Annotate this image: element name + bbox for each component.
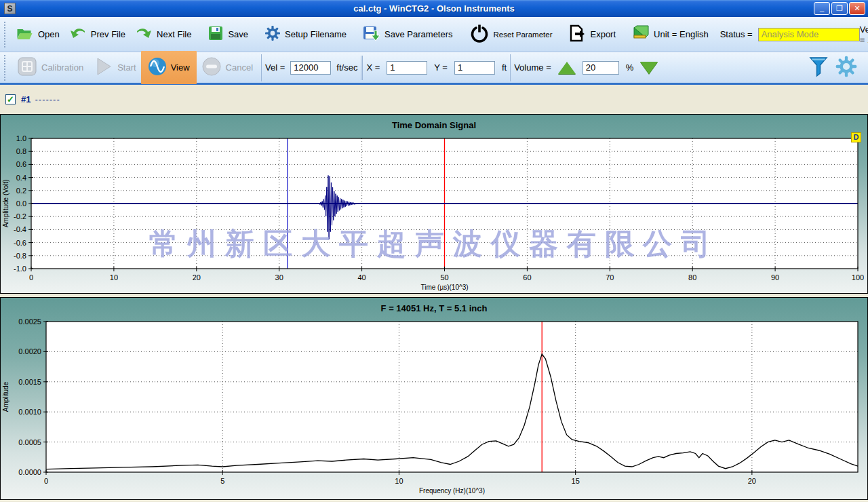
reset-parameter-button[interactable]: Reset Parameter	[465, 21, 557, 48]
start-label: Start	[117, 62, 136, 73]
open-label: Open	[38, 29, 60, 39]
y-label: Y =	[434, 62, 448, 73]
play-icon	[93, 56, 113, 79]
svg-text:20: 20	[193, 273, 201, 282]
status-field[interactable]	[758, 28, 860, 41]
cancel-icon	[201, 56, 222, 79]
volume-down-button[interactable]	[640, 62, 658, 74]
svg-text:Amplitude (Volt): Amplitude (Volt)	[2, 180, 9, 228]
settings-gear-button[interactable]	[835, 56, 857, 80]
separator	[362, 56, 363, 80]
next-arrow-icon	[135, 25, 153, 43]
time-domain-panel: Time Domain Signal D 0102030405060708090…	[0, 114, 868, 294]
svg-text:0.0020: 0.0020	[18, 347, 41, 355]
cancel-label: Cancel	[226, 62, 253, 73]
velocity-input[interactable]	[290, 61, 331, 75]
main-toolbar: Open Prev File Next File Save Setup File…	[0, 17, 868, 52]
channel-1-label: #1	[21, 94, 31, 104]
xy-unit-label: ft	[502, 62, 507, 73]
svg-text:0.2: 0.2	[16, 187, 26, 195]
time-domain-plot[interactable]: 01020304050607080901001.00.80.60.40.20.0…	[1, 115, 868, 294]
y-input[interactable]	[454, 61, 495, 75]
save-parameters-label: Save Parameters	[384, 29, 452, 39]
maximize-button[interactable]: ❐	[831, 2, 848, 15]
svg-text:10: 10	[110, 273, 118, 282]
volume-up-button[interactable]	[558, 62, 576, 74]
open-folder-icon	[16, 26, 34, 43]
separator	[361, 56, 361, 80]
svg-text:-1.0: -1.0	[14, 265, 26, 273]
export-button[interactable]: Export	[564, 22, 620, 47]
svg-text:1.0: 1.0	[16, 134, 26, 142]
frequency-panel: F = 14051 Hz, T = 5.1 inch 051015200.002…	[0, 297, 868, 500]
svg-text:40: 40	[357, 273, 366, 282]
svg-text:15: 15	[572, 477, 580, 485]
svg-text:0.0: 0.0	[16, 199, 26, 208]
next-file-label: Next File	[157, 29, 191, 39]
svg-text:0.6: 0.6	[16, 160, 26, 168]
view-button[interactable]: View	[141, 51, 197, 84]
svg-text:0: 0	[29, 273, 33, 282]
separator	[261, 54, 262, 81]
channel-1-checkbox[interactable]: ✓	[5, 94, 16, 104]
separator	[510, 54, 511, 81]
prev-file-button[interactable]: Prev File	[64, 22, 130, 46]
channel-row: ✓ #1 -------	[0, 85, 868, 114]
save-parameters-button[interactable]: Save Parameters	[358, 22, 457, 46]
window-title: cal.ctg - WinCTG2 - Olson Instruments	[0, 3, 868, 14]
svg-text:0.0000: 0.0000	[18, 468, 41, 476]
svg-text:0.0025: 0.0025	[18, 317, 41, 326]
frequency-plot[interactable]: 051015200.00250.00200.00150.00100.00050.…	[1, 298, 868, 501]
export-document-icon	[568, 24, 586, 44]
time-domain-title: Time Domain Signal	[1, 120, 867, 130]
view-label: View	[171, 62, 190, 73]
x-input[interactable]	[387, 61, 427, 75]
svg-text:20: 20	[748, 477, 756, 485]
svg-text:90: 90	[771, 273, 779, 282]
save-button[interactable]: Save	[203, 22, 253, 46]
channel-1-line-style: -------	[35, 94, 60, 104]
open-button[interactable]: Open	[11, 23, 64, 45]
unit-button[interactable]: Unit = English	[627, 22, 713, 46]
d-badge-button[interactable]: D	[851, 132, 861, 142]
status-label: Status =	[720, 29, 753, 39]
velocity-unit-label: ft/sec	[336, 62, 357, 73]
save-label: Save	[228, 29, 248, 39]
svg-text:-0.6: -0.6	[14, 239, 26, 247]
svg-text:-0.2: -0.2	[14, 212, 26, 220]
svg-text:0.0005: 0.0005	[18, 438, 41, 446]
svg-text:-0.4: -0.4	[14, 225, 26, 233]
velocity-label: Vel =	[265, 62, 285, 73]
svg-text:-0.8: -0.8	[14, 252, 26, 260]
svg-text:60: 60	[523, 273, 531, 282]
export-label: Export	[590, 29, 616, 39]
controls-toolbar: Calibration Start View Cancel Vel = ft/s…	[0, 52, 868, 85]
filter-button[interactable]	[808, 56, 829, 80]
reset-parameter-label: Reset Parameter	[494, 31, 553, 39]
svg-text:80: 80	[688, 273, 696, 282]
toolbar-grip	[4, 55, 7, 81]
minimize-button[interactable]: _	[814, 2, 830, 15]
version-label: Version = 1.0	[860, 24, 868, 45]
save-parameters-icon	[363, 25, 380, 43]
toolbar-grip	[4, 22, 5, 47]
volume-label: Volume =	[514, 62, 551, 73]
power-reset-icon	[469, 24, 490, 45]
titlebar: S cal.ctg - WinCTG2 - Olson Instruments …	[0, 0, 868, 17]
unit-label: Unit = English	[654, 29, 709, 39]
calibration-button[interactable]: Calibration	[12, 54, 88, 81]
next-file-button[interactable]: Next File	[130, 22, 196, 46]
close-button[interactable]: ✕	[849, 2, 865, 15]
svg-text:Frequency (Hz)(10^3): Frequency (Hz)(10^3)	[419, 487, 485, 495]
cancel-button[interactable]: Cancel	[197, 54, 258, 81]
svg-text:5: 5	[220, 477, 224, 485]
svg-text:0: 0	[44, 477, 48, 485]
start-button[interactable]: Start	[88, 54, 140, 81]
setup-filename-button[interactable]: Setup Filename	[260, 22, 351, 46]
save-floppy-icon	[208, 25, 224, 43]
prev-file-label: Prev File	[91, 29, 125, 39]
prev-arrow-icon	[69, 25, 87, 43]
calibration-label: Calibration	[41, 62, 83, 73]
svg-text:0.0015: 0.0015	[18, 378, 41, 386]
volume-input[interactable]	[583, 61, 619, 75]
